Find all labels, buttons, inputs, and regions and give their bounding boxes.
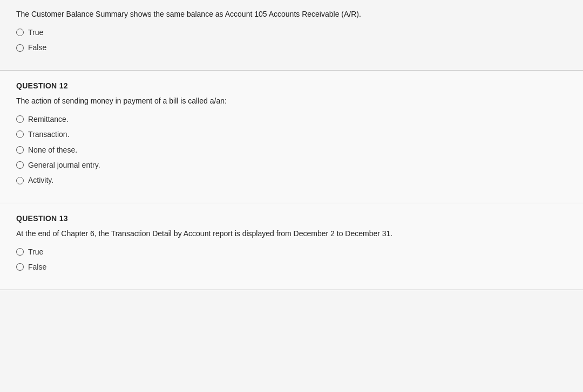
q12-option-transaction[interactable]: Transaction. (16, 128, 567, 140)
radio-circle-q12-1 (16, 130, 24, 138)
radio-circle-q13-0 (16, 248, 24, 256)
q13-option-1-label: False (28, 261, 46, 273)
top-section: The Customer Balance Summary shows the s… (0, 0, 583, 71)
top-option-true-label: True (28, 26, 43, 38)
question-13-section: QUESTION 13 At the end of Chapter 6, the… (0, 203, 583, 290)
radio-circle-q13-1 (16, 263, 24, 271)
q12-option-3-label: General journal entry. (28, 159, 100, 171)
radio-circle-top-true (16, 29, 24, 36)
q12-option-2-label: None of these. (28, 144, 77, 156)
radio-circle-q12-2 (16, 146, 24, 154)
question-12-section: QUESTION 12 The action of sending money … (0, 71, 583, 203)
top-question-text: The Customer Balance Summary shows the s… (16, 9, 567, 20)
q12-option-remittance[interactable]: Remittance. (16, 113, 567, 125)
question-12-label: QUESTION 12 (16, 81, 567, 90)
q12-option-4-label: Activity. (28, 174, 53, 186)
q12-option-activity[interactable]: Activity. (16, 174, 567, 186)
radio-circle-q12-3 (16, 161, 24, 169)
q13-option-0-label: True (28, 246, 43, 258)
q13-option-true[interactable]: True (16, 246, 567, 258)
radio-circle-top-false (16, 44, 24, 52)
q12-option-0-label: Remittance. (28, 113, 69, 125)
top-option-false[interactable]: False (16, 42, 567, 53)
radio-circle-q12-0 (16, 115, 24, 123)
page-container: The Customer Balance Summary shows the s… (0, 0, 583, 392)
question-13-text: At the end of Chapter 6, the Transaction… (16, 228, 567, 239)
q12-option-general-journal[interactable]: General journal entry. (16, 159, 567, 171)
top-option-false-label: False (28, 42, 46, 53)
question-13-label: QUESTION 13 (16, 214, 567, 223)
radio-circle-q12-4 (16, 177, 24, 184)
question-12-text: The action of sending money in payment o… (16, 95, 567, 107)
top-option-true[interactable]: True (16, 26, 567, 38)
q12-option-none[interactable]: None of these. (16, 144, 567, 156)
q12-option-1-label: Transaction. (28, 128, 70, 140)
q13-option-false[interactable]: False (16, 261, 567, 273)
